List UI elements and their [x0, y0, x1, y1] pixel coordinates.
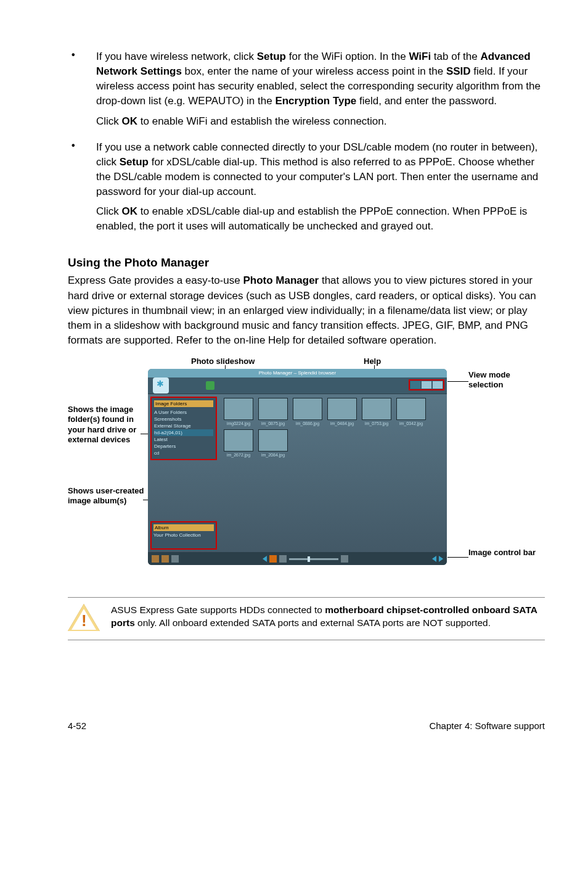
bullet-marker: •	[68, 140, 96, 239]
callout-help: Help	[364, 357, 381, 366]
folder-item[interactable]: External Storage	[154, 423, 213, 429]
caution-text: ASUS Express Gate supports HDDs connecte…	[111, 604, 545, 630]
thumbnail-grid: img0224.jpg im_0875.jpg im_0886.jpg im_0…	[219, 394, 447, 552]
view-mode-thumb-icon[interactable]	[410, 381, 420, 389]
window-titlebar: Photo Manager – Splendid browser	[148, 369, 447, 377]
bullet-paragraph: Click OK to enable WiFi and establish th…	[96, 114, 545, 129]
page-next-icon[interactable]	[439, 556, 443, 562]
folders-panel: Image Folders A User Folders Screenshots…	[150, 397, 217, 460]
thumbnail[interactable]: im_0342.jpg	[396, 398, 427, 426]
page-number: 4-52	[68, 720, 86, 731]
delete-icon[interactable]	[171, 555, 179, 563]
bullet-marker: •	[68, 49, 96, 134]
caution-icon: !	[68, 604, 100, 632]
thumbnail[interactable]: im_0753.jpg	[361, 398, 392, 426]
bullet-paragraph: If you have wireless network, click Setu…	[96, 49, 545, 109]
rotate-right-icon[interactable]	[161, 555, 169, 563]
play-icon[interactable]	[269, 555, 277, 563]
thumbnail[interactable]: im_0484.jpg	[327, 398, 357, 426]
folder-item[interactable]: cd	[154, 450, 213, 456]
page-footer: 4-52 Chapter 4: Software support	[0, 665, 588, 756]
zoom-in-icon[interactable]	[341, 555, 348, 563]
caution-note: ! ASUS Express Gate supports HDDs connec…	[68, 597, 545, 640]
image-control-bar	[148, 552, 447, 565]
bullet-item: • If you have wireless network, click Se…	[68, 49, 545, 134]
folder-item[interactable]: Departers	[154, 443, 213, 450]
folders-header: Image Folders	[154, 400, 213, 407]
folder-item[interactable]: A User Folders	[154, 409, 213, 416]
slideshow-icon[interactable]	[206, 381, 214, 390]
page-prev-icon[interactable]	[432, 556, 436, 562]
zoom-slider[interactable]	[289, 558, 338, 560]
folder-item[interactable]: hd-a2(04,01)	[154, 429, 213, 436]
intro-paragraph: Express Gate provides a easy-to-use Phot…	[68, 273, 545, 348]
app-logo-icon	[153, 377, 169, 394]
chapter-label: Chapter 4: Software support	[429, 720, 545, 731]
view-mode-single-icon[interactable]	[433, 381, 443, 389]
prev-icon[interactable]	[263, 556, 267, 562]
callout-folders: Shows the image folder(s) found in your …	[68, 405, 142, 445]
bullet-paragraph: If you use a network cable connected dir…	[96, 140, 545, 200]
bullet-paragraph: Click OK to enable xDSL/cable dial-up an…	[96, 204, 545, 234]
folder-item[interactable]: Latest	[154, 436, 213, 443]
callout-photo-slideshow: Photo slideshow	[191, 357, 255, 366]
albums-header: Album	[153, 524, 214, 531]
rotate-left-icon[interactable]	[152, 555, 159, 563]
thumbnail[interactable]: img0224.jpg	[223, 398, 254, 426]
thumbnail[interactable]: im_2672.jpg	[223, 429, 254, 457]
view-mode-list-icon[interactable]	[422, 381, 431, 389]
folder-item[interactable]: Screenshots	[154, 416, 213, 423]
window-toolbar	[148, 377, 447, 394]
screenshot-window: Photo Manager – Splendid browser Image F…	[148, 369, 447, 565]
callout-albums: Shows user-created image album(s)	[68, 486, 148, 506]
callout-view-mode: View mode selection	[468, 370, 536, 390]
thumbnail[interactable]: im_0875.jpg	[258, 398, 288, 426]
view-mode-selector[interactable]	[409, 379, 444, 390]
zoom-out-icon[interactable]	[279, 555, 287, 563]
album-item[interactable]: Your Photo Collection	[153, 532, 214, 538]
photo-manager-figure: Photo slideshow Help View mode selection…	[68, 357, 542, 579]
bullet-item: • If you use a network cable connected d…	[68, 140, 545, 239]
thumbnail[interactable]: im_0886.jpg	[292, 398, 323, 426]
bullet-list: • If you have wireless network, click Se…	[68, 49, 545, 239]
thumbnail[interactable]: im_2084.jpg	[258, 429, 288, 457]
section-heading: Using the Photo Manager	[68, 256, 545, 270]
callout-image-bar: Image control bar	[468, 548, 536, 558]
albums-panel: Album Your Photo Collection	[150, 521, 217, 550]
